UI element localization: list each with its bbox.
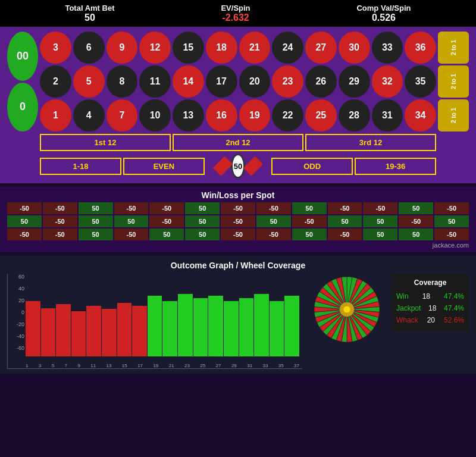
number-cell-23[interactable]: 23 <box>272 65 303 98</box>
number-cell-21[interactable]: 21 <box>239 32 271 64</box>
number-cell-16[interactable]: 16 <box>206 99 237 132</box>
wl-cell: -50 <box>328 202 362 214</box>
bar <box>284 296 299 356</box>
number-cell-8[interactable]: 8 <box>107 65 138 98</box>
x-label: 3 <box>39 363 41 368</box>
number-cell-12[interactable]: 12 <box>139 32 171 64</box>
outside-row: 1-18EVEN 50 ODD19-36 <box>7 154 469 179</box>
wl-cell: 50 <box>185 202 220 214</box>
number-cell-36[interactable]: 36 <box>405 32 436 64</box>
number-cell-19[interactable]: 19 <box>239 99 271 132</box>
col-bet-top[interactable]: 2 to 1 <box>438 32 469 64</box>
bar <box>56 304 71 356</box>
x-label: 7 <box>65 363 67 368</box>
dozen-row: 1st 122nd 123rd 12 <box>7 134 469 151</box>
total-amt-bet-label: Total Amt Bet <box>65 4 114 12</box>
y-label: -40 <box>8 333 24 339</box>
coverage-whack-label: Whack <box>396 316 418 324</box>
number-cell-13[interactable]: 13 <box>173 99 204 132</box>
wheel-container <box>308 274 386 345</box>
comp-val-spin-block: Comp Val/Spin 0.526 <box>356 4 411 23</box>
number-cell-3[interactable]: 3 <box>40 32 71 64</box>
outside-1-18[interactable]: 1-18 <box>40 158 121 175</box>
wl-cell: -50 <box>256 202 291 214</box>
number-cell-1[interactable]: 1 <box>40 99 71 132</box>
wl-cell: 50 <box>399 228 433 240</box>
x-label: 15 <box>122 363 127 368</box>
number-cell-11[interactable]: 11 <box>139 65 171 98</box>
x-axis-labels: 135791113151719212325272931333537 <box>26 363 299 368</box>
number-cell-30[interactable]: 30 <box>339 32 370 64</box>
number-cell-4[interactable]: 4 <box>73 99 105 132</box>
outcome-section: Outcome Graph / Wheel Coverage 6040200-2… <box>0 256 476 374</box>
roulette-section: 00 0 36912151821242730333625811141720232… <box>0 27 476 183</box>
wl-cell: -50 <box>328 228 362 240</box>
number-cell-5[interactable]: 5 <box>73 65 105 98</box>
x-label: 37 <box>294 363 299 368</box>
bar <box>208 296 223 356</box>
coverage-jackpot-count: 18 <box>428 304 436 312</box>
number-cell-6[interactable]: 6 <box>73 32 105 64</box>
number-cell-27[interactable]: 27 <box>305 32 337 64</box>
single-zero-cell[interactable]: 0 <box>7 83 38 132</box>
number-cell-34[interactable]: 34 <box>405 99 436 132</box>
number-cell-29[interactable]: 29 <box>339 65 370 98</box>
number-cell-31[interactable]: 31 <box>372 99 403 132</box>
comp-val-spin-label: Comp Val/Spin <box>356 4 411 12</box>
dozen-cell-2nd12[interactable]: 2nd 12 <box>173 134 303 151</box>
wl-cell: -50 <box>114 202 149 214</box>
outside-even[interactable]: EVEN <box>123 158 205 175</box>
number-cell-22[interactable]: 22 <box>272 99 303 132</box>
wl-cell: -50 <box>292 215 327 227</box>
col-bet-mid[interactable]: 2 to 1 <box>438 65 469 98</box>
wl-cell: -50 <box>221 202 255 214</box>
bar <box>41 308 56 356</box>
coverage-jackpot-row: Jackpot 18 47.4% <box>396 302 464 314</box>
coverage-whack-row: Whack 20 52.6% <box>396 314 464 326</box>
outcome-content: 6040200-20-40-60 13579111315171921232527… <box>7 274 469 369</box>
outside-19-36[interactable]: 19-36 <box>355 158 436 175</box>
y-label: -60 <box>8 345 24 351</box>
number-cell-28[interactable]: 28 <box>339 99 370 132</box>
x-label: 21 <box>169 363 174 368</box>
number-cell-20[interactable]: 20 <box>239 65 271 98</box>
wl-cell: 50 <box>363 215 397 227</box>
number-cell-2[interactable]: 2 <box>40 65 71 98</box>
winloss-title: Win/Loss per Spot <box>7 190 469 200</box>
bar <box>193 298 208 356</box>
outcome-title: Outcome Graph / Wheel Coverage <box>7 261 469 270</box>
number-cell-17[interactable]: 17 <box>206 65 237 98</box>
chip-display[interactable]: 50 <box>231 154 246 179</box>
wl-cell: -50 <box>256 228 291 240</box>
number-cell-32[interactable]: 32 <box>372 65 403 98</box>
number-cell-10[interactable]: 10 <box>139 99 171 132</box>
bar <box>117 303 132 356</box>
number-cell-9[interactable]: 9 <box>107 32 138 64</box>
coverage-win-label: Win <box>396 292 409 301</box>
number-cell-24[interactable]: 24 <box>272 32 303 64</box>
outside-odd[interactable]: ODD <box>271 158 353 175</box>
number-cell-25[interactable]: 25 <box>305 99 337 132</box>
dozen-cell-3rd12[interactable]: 3rd 12 <box>305 134 436 151</box>
y-label: 60 <box>8 274 24 280</box>
x-label: 25 <box>200 363 205 368</box>
number-cell-14[interactable]: 14 <box>173 65 204 98</box>
number-cell-26[interactable]: 26 <box>305 65 337 98</box>
number-cell-7[interactable]: 7 <box>107 99 138 132</box>
wl-cell: 50 <box>256 215 291 227</box>
number-cell-15[interactable]: 15 <box>173 32 204 64</box>
wl-cell: 50 <box>79 228 113 240</box>
number-cell-35[interactable]: 35 <box>405 65 436 98</box>
wl-cell: -50 <box>7 202 42 214</box>
x-label: 5 <box>52 363 54 368</box>
number-cell-33[interactable]: 33 <box>372 32 403 64</box>
y-label: 0 <box>8 309 24 315</box>
bar <box>239 298 254 356</box>
numbers-grid: 3691215182124273033362581114172023262932… <box>40 32 436 132</box>
coverage-table: Coverage Win 18 47.4% Jackpot 18 47.4% W… <box>392 274 469 331</box>
dozen-cell-1st12[interactable]: 1st 12 <box>40 134 171 151</box>
double-zero-cell[interactable]: 00 <box>7 32 38 81</box>
col-bet-bot[interactable]: 2 to 1 <box>438 99 469 132</box>
svg-point-1 <box>343 306 350 313</box>
number-cell-18[interactable]: 18 <box>206 32 237 64</box>
